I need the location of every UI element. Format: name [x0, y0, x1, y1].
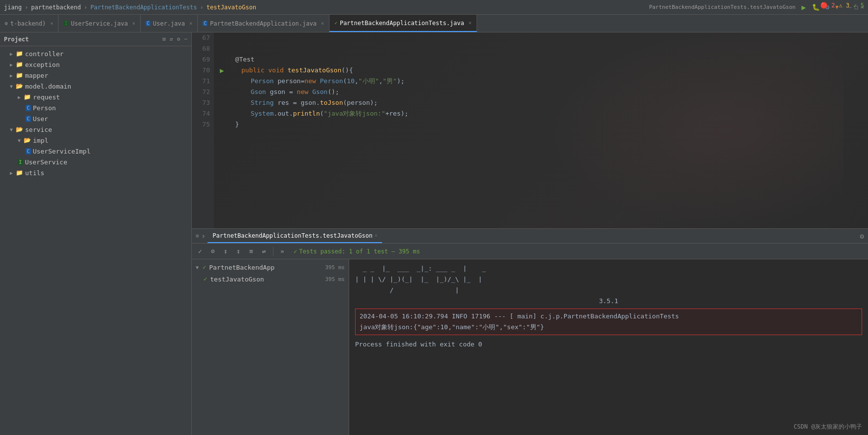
tree-item-controller[interactable]: ▶ 📁 controller — [0, 48, 191, 59]
tab-userservice[interactable]: I UserService.java × — [59, 15, 141, 32]
code-line-74: System .out. println ( "java对象转json:" +r… — [220, 108, 862, 119]
folder-mapper-icon: 📁 — [16, 72, 23, 79]
toolbar-sort-desc-btn[interactable]: ↕ — [233, 246, 244, 257]
error-badge: 🔴 2 — [820, 2, 835, 9]
sidebar-expand-icon[interactable]: ⇄ — [170, 36, 173, 42]
file-person-icon: C — [26, 105, 31, 111]
tab-tests-icon: ✓ — [334, 20, 337, 26]
file-userservice-icon: I — [18, 159, 23, 165]
code-line-67 — [220, 32, 862, 43]
panel-tab-tests[interactable]: PartnetBackendApplicationTests.testJavat… — [208, 229, 382, 243]
tree-item-userserviceimpl[interactable]: C UserServiceImpl — [0, 146, 191, 156]
tab-tests[interactable]: ✓ PartnetBackendApplicationTests.java × — [329, 15, 477, 32]
tree-item-service[interactable]: ▼ 📂 service — [0, 124, 191, 135]
panel-settings-icon[interactable]: ⚙ — [860, 232, 864, 240]
test-chevron-app: ▼ — [196, 265, 199, 270]
check-icon: ✓ — [294, 248, 297, 255]
right-area: 67 68 69 70 71 72 73 74 75 @Test — [192, 32, 868, 435]
tab-backend-close[interactable]: × — [50, 21, 53, 26]
fn-testjavatogson: testJavatoGson — [288, 65, 342, 76]
tab-partnetapp-close[interactable]: × — [321, 21, 324, 26]
highlighted-output-box: 2024-04-05 16:10:29.794 INFO 17196 --- [… — [355, 309, 862, 335]
concat: +res); — [385, 108, 408, 119]
comma2: , — [379, 76, 383, 87]
bottom-panel: ≡ › PartnetBackendApplicationTests.testJ… — [192, 228, 868, 435]
test-item-testjavatogson[interactable]: ✓ testJavatoGson 395 ms — [192, 273, 349, 285]
toolbar-sep — [273, 247, 273, 256]
test-time-app: 395 ms — [325, 264, 349, 271]
chevron-mapper: ▶ — [10, 73, 13, 78]
run-gutter-arrow[interactable]: ▶ — [220, 65, 224, 76]
tab-user[interactable]: C User.java × — [141, 15, 198, 32]
semi2: (); — [328, 87, 339, 97]
tree-label-utils: utils — [25, 169, 44, 177]
tree-item-exception[interactable]: ▶ 📁 exception — [0, 59, 191, 70]
tree-item-person[interactable]: C Person — [0, 102, 191, 113]
breadcrumb-jiang[interactable]: jiang — [4, 4, 22, 11]
exit-code-line: Process finished with exit code 0 — [355, 339, 862, 350]
sidebar-settings-icon[interactable]: ⚙ — [177, 36, 180, 42]
toolbar-swap-btn[interactable]: ⇌ — [259, 246, 269, 257]
code-editor[interactable]: 67 68 69 70 71 72 73 74 75 @Test — [192, 32, 868, 228]
type-system: System — [251, 108, 274, 119]
panel-tab-close[interactable]: × — [374, 233, 377, 238]
chevron-service: ▼ — [10, 127, 13, 132]
tree-item-utils[interactable]: ▶ 📁 utils — [0, 167, 191, 178]
tab-userservice-label: UserService.java — [71, 20, 128, 27]
tab-tests-close[interactable]: × — [469, 20, 472, 26]
folder-exception-icon: 📁 — [16, 61, 23, 68]
sidebar-layout-icon[interactable]: ⊞ — [163, 36, 166, 42]
breadcrumb-project[interactable]: partnetbackend — [31, 4, 81, 11]
ascii-art-spring: _ _ |_ ___ _|_: ___ _ | _ | | | \/ |_)(_… — [355, 263, 862, 296]
main-layout: Project ⊞ ⇄ ⚙ − ▶ 📁 controller ▶ 📁 excep… — [0, 32, 868, 435]
code-line-71: Person person= new Person ( 10 , "小明" , … — [220, 76, 862, 87]
run-icon[interactable]: ▶ — [802, 3, 806, 12]
tree-label-model-domain: model.domain — [25, 83, 71, 90]
tab-partnetapp-icon: C — [203, 21, 208, 26]
spring-version: 3.5.1 — [355, 296, 862, 307]
panel-toolbar: ✓ ⊘ ↕ ↕ ≡ ⇌ » ✓ Tests passed: 1 of 1 tes… — [192, 244, 868, 259]
tree-item-request[interactable]: ▶ 📁 request — [0, 92, 191, 102]
tab-userservice-close[interactable]: × — [132, 21, 135, 26]
tree-item-mapper[interactable]: ▶ 📁 mapper — [0, 70, 191, 81]
sidebar-header-icons: ⊞ ⇄ ⚙ − — [163, 36, 188, 42]
tree-label-mapper: mapper — [25, 72, 48, 79]
toolbar-more-btn[interactable]: » — [277, 246, 288, 257]
test-item-partnetbackendapp[interactable]: ▼ ✓ PartnetBackendApp 395 ms — [192, 261, 349, 273]
sep3: › — [200, 4, 204, 11]
indent73 — [220, 97, 251, 108]
panel-tab-bar: ≡ › PartnetBackendApplicationTests.testJ… — [192, 229, 868, 244]
folder-model-domain-icon: 📂 — [16, 83, 23, 90]
chevron-utils: ▶ — [10, 170, 13, 176]
toolbar-stop-btn[interactable]: ⊘ — [208, 246, 218, 257]
args-person: ( — [343, 76, 347, 87]
toolbar-align-btn[interactable]: ≡ — [246, 246, 257, 257]
indent74 — [220, 108, 251, 119]
indent72 — [220, 87, 251, 97]
tree-item-userservice[interactable]: I UserService — [0, 156, 191, 167]
tab-user-close[interactable]: × — [189, 21, 192, 26]
tree-item-user[interactable]: C User — [0, 113, 191, 124]
tree-label-controller: controller — [25, 50, 63, 58]
console-output[interactable]: _ _ |_ ___ _|_: ___ _ | _ | | | \/ |_)(_… — [349, 259, 868, 435]
debug-icon[interactable]: 🐛 — [812, 3, 820, 11]
tree-item-model-domain[interactable]: ▼ 📂 model.domain — [0, 81, 191, 92]
tree-label-exception: exception — [25, 61, 60, 68]
str-nan: "男" — [383, 76, 397, 87]
tab-backend[interactable]: ⚙ t-backend) × — [0, 15, 59, 32]
tree-label-userservice: UserService — [25, 158, 67, 166]
tab-backend-label: t-backend) — [10, 20, 46, 27]
tab-partnetapp[interactable]: C PartnetBackendApplication.java × — [198, 15, 329, 32]
tree-label-request: request — [33, 93, 60, 101]
closing-brace: } — [220, 119, 239, 130]
warning-badge: ⚠ 3 — [839, 2, 850, 9]
sidebar-minimize-icon[interactable]: − — [184, 36, 187, 42]
folder-request-icon: 📁 — [24, 93, 31, 100]
tree-item-impl[interactable]: ▼ 📂 impl — [0, 135, 191, 146]
panel-breadcrumb-separator: › — [201, 231, 206, 241]
line-num-71: 71 — [192, 76, 210, 87]
toolbar-check-btn[interactable]: ✓ — [195, 246, 206, 257]
line-num-70: 70 — [192, 65, 210, 76]
breadcrumb-full: PartnetBackendApplicationTests.testJavat… — [649, 4, 796, 10]
toolbar-sort-asc-btn[interactable]: ↕ — [220, 246, 231, 257]
